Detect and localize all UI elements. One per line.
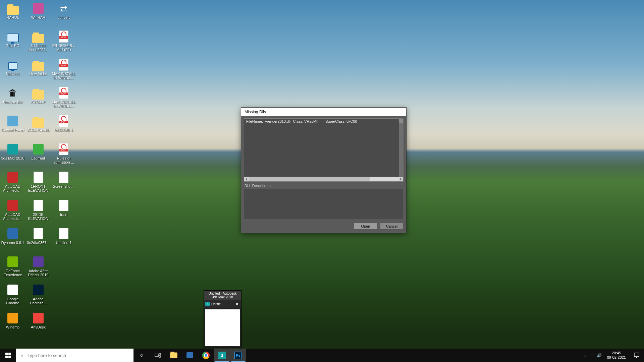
desktop-icon-winamp[interactable]: Winamp — [0, 311, 25, 339]
desktop-icon-control-panel[interactable]: Control Panel — [0, 114, 25, 142]
desktop-icon-recycle-bin[interactable]: 🗑Recycle Bin — [0, 86, 25, 114]
icon-label: 3d file for client-2021... — [26, 44, 50, 52]
file-icon — [57, 170, 71, 184]
scroll-right-button[interactable]: > — [398, 177, 403, 181]
svg-rect-1 — [8, 353, 11, 355]
folder-icon — [170, 353, 177, 358]
app-icon — [6, 283, 20, 297]
folder-icon — [31, 114, 45, 128]
desktop-icon-payslip[interactable]: PAYSLIP — [25, 86, 51, 114]
desktop-icon-convert[interactable]: ⇄convert — [51, 1, 76, 29]
store-icon — [186, 352, 193, 358]
desktop-icon-adobe-after-effects-2019[interactable]: Adobe After Effects 2019 — [25, 255, 51, 283]
file-icon — [31, 198, 45, 213]
desktop-icon-untitled-1[interactable]: Untitled-1 — [51, 227, 76, 255]
icon-label: RESUME-1 — [54, 128, 73, 132]
tray-volume-icon[interactable]: 🔊 — [597, 353, 602, 358]
desktop-icon-2side-elevation[interactable]: 2SIDE ELEVATION — [25, 198, 51, 227]
icon-label: IRI-15956-B... Mail (P1) — [52, 44, 76, 52]
file-icon — [31, 170, 45, 184]
desktop-icon-anydesk[interactable]: AnyDesk — [25, 311, 51, 339]
taskbar-photoshop[interactable]: Ps — [230, 349, 246, 362]
icon-label: Network — [6, 72, 19, 76]
cancel-button[interactable]: Cancel — [380, 223, 404, 230]
desktop-icon-rules-of-admission[interactable]: Rules of admission ... — [51, 142, 76, 170]
icon-label: AutoCAD Architectu... — [1, 184, 25, 192]
thumbnail-close-button[interactable]: ✕ — [234, 302, 240, 307]
missing-dlls-dialog: Missing Dlls FileName: vrender2013.dlr C… — [241, 107, 407, 233]
thumbnail-window-title: Untitled - Autodesk 3ds Max 2018 — [204, 291, 241, 300]
horizontal-scrollbar[interactable]: < > — [244, 177, 404, 182]
desktop-icon-autocad-architectu[interactable]: AutoCAD Architectu... — [0, 170, 25, 198]
app-icon — [31, 255, 45, 269]
desktop-icon-network[interactable]: Network — [0, 58, 25, 86]
desktop-icon-rahul[interactable]: RAHUL — [0, 1, 25, 29]
app-icon — [6, 114, 20, 128]
desktop-icon-new-folder[interactable]: New folder — [25, 58, 51, 86]
icon-label: RAHUL — [6, 15, 19, 19]
recycle-bin-icon: 🗑 — [6, 86, 20, 100]
desktop-icon-google-chrome[interactable]: Google Chrome — [0, 283, 25, 311]
desktop-icon-winrar[interactable]: WinRAR — [25, 1, 51, 29]
tray-network-icon[interactable]: ▭ — [590, 353, 593, 358]
search-input[interactable] — [28, 349, 133, 362]
taskbar-store[interactable] — [182, 349, 198, 362]
taskbar-3dsmax[interactable]: 3 — [214, 349, 230, 362]
file-icon — [57, 198, 71, 213]
tray-chevron-icon[interactable]: ︿ — [583, 353, 586, 358]
scroll-thumb[interactable] — [249, 177, 370, 181]
desktop-icon-wall-panel[interactable]: WALL PANEL — [25, 114, 51, 142]
dll-description-box[interactable] — [244, 188, 404, 219]
desktop-icon-resume-1[interactable]: RESUME-1 — [51, 114, 76, 142]
desktop[interactable]: RAHULWinRAR⇄convertThis PC3d file for cl… — [0, 0, 644, 362]
icon-label: WALL PANEL — [27, 128, 49, 132]
desktop-icon-autocad-architectu[interactable]: AutoCAD Architectu... — [0, 198, 25, 227]
taskbar-search[interactable]: ⌕ — [16, 349, 133, 362]
task-view-button[interactable] — [150, 349, 166, 362]
desktop-icon-3ds-max-2018[interactable]: 3ds Max 2018 — [0, 142, 25, 170]
desktop-icon-1front-elevation[interactable]: 1FRONT ELEVATION — [25, 170, 51, 198]
taskbar-clock[interactable]: 20:45 09-02-2021 — [604, 351, 629, 360]
taskbar-file-explorer[interactable] — [166, 349, 182, 362]
start-button[interactable] — [0, 349, 16, 362]
icon-label: GeForce Experience — [1, 269, 25, 277]
desktop-icon-max-install-in-windo[interactable]: MAX INSTALL IN WINDO... — [51, 58, 76, 86]
folder-icon — [31, 29, 45, 44]
pdf-icon — [57, 86, 71, 100]
icon-label: MAX INSTALL IN WINDO... — [52, 72, 76, 80]
thumbnail-tab[interactable]: 3 Untitle... ✕ — [204, 300, 241, 308]
desktop-icon-adobe-photosh[interactable]: Adobe Photosh... — [25, 283, 51, 311]
thumbnail-preview-image[interactable] — [205, 309, 240, 346]
desktop-icon-dynamo-0-9-1[interactable]: Dynamo 0.9.1 — [0, 227, 25, 255]
desktop-icon-geforce-experience[interactable]: GeForce Experience — [0, 255, 25, 283]
dll-description-label: DLL Description — [245, 184, 404, 188]
cortana-button[interactable]: ○ — [133, 349, 150, 362]
dialog-title[interactable]: Missing Dlls — [241, 108, 406, 116]
scroll-left-button[interactable]: < — [244, 177, 249, 181]
svg-rect-3 — [8, 356, 11, 358]
action-center-button[interactable] — [629, 349, 644, 362]
open-button[interactable]: Open — [354, 223, 377, 230]
taskbar-thumbnail-preview: Untitled - Autodesk 3ds Max 2018 3 Untit… — [204, 290, 241, 348]
desktop-icon-3d-file-for-client-2021[interactable]: 3d file for client-2021... — [25, 29, 51, 58]
icon-label: Adobe Photosh... — [26, 297, 50, 305]
icon-label: convert — [58, 15, 70, 19]
shortcut-icon: ⇄ — [57, 1, 71, 15]
desktop-icon-this-pc[interactable]: This PC — [0, 29, 25, 58]
dll-listbox[interactable]: FileName: vrender2013.dlr Class: VRayMtl… — [244, 118, 404, 177]
desktop-icon-max-install-in-windo[interactable]: MAX INSTALL IN WINDO... — [51, 86, 76, 114]
icon-label: Screenshot... — [53, 184, 75, 188]
desktop-icon-train[interactable]: train — [51, 198, 76, 227]
icon-label: Adobe After Effects 2019 — [26, 269, 50, 277]
icon-label: AutoCAD Architectu... — [1, 213, 25, 221]
taskbar: ⌕ ○ 3 Ps ︿ ▭ 🔊 20:45 09-02-2021 — [0, 349, 644, 362]
pdf-icon — [57, 142, 71, 156]
pdf-icon — [57, 58, 71, 72]
desktop-icon-iri-15956-b-mail-p1[interactable]: IRI-15956-B... Mail (P1) — [51, 29, 76, 58]
desktop-icon-screenshot[interactable]: Screenshot... — [51, 170, 76, 198]
photoshop-icon: Ps — [234, 352, 242, 359]
dll-list-row[interactable]: FileName: vrender2013.dlr Class: VRayMtl… — [244, 119, 399, 124]
desktop-icon-3e2dfa0367[interactable]: 3e2dfa0367... — [25, 227, 51, 255]
desktop-icon-torrent[interactable]: µTorrent — [25, 142, 51, 170]
taskbar-chrome[interactable] — [198, 349, 214, 362]
